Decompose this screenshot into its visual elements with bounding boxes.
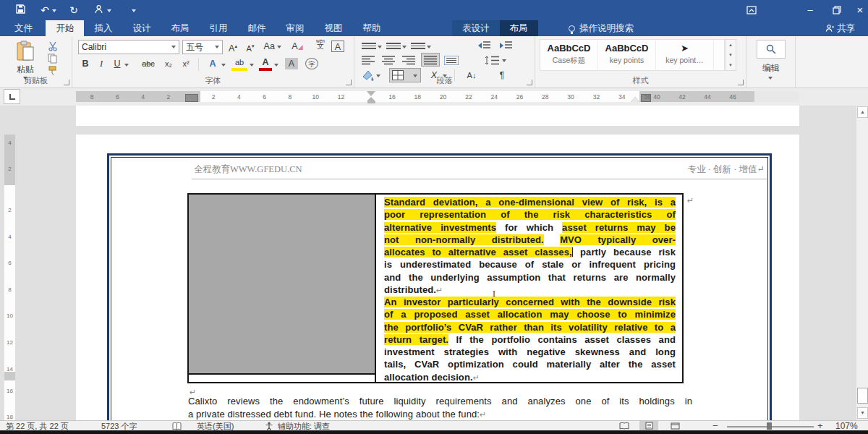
table-row-marker[interactable] [4, 372, 15, 380]
align-center-icon[interactable] [382, 55, 395, 68]
highlight-dropdown-icon[interactable] [250, 64, 254, 67]
table-cell-right[interactable]: Standard deviation, a one-dimensional vi… [378, 195, 682, 382]
underline-button[interactable]: U [111, 58, 123, 69]
proofing-icon[interactable] [172, 421, 182, 431]
copy-icon[interactable] [48, 54, 58, 67]
vertical-scrollbar[interactable]: ▲ ▼ [856, 106, 868, 420]
font-size-select[interactable]: 五号 [182, 40, 223, 54]
tab-设计[interactable]: 设计 [122, 20, 161, 36]
text-line[interactable]: poor representation of the risk characte… [384, 208, 676, 221]
underline-dropdown-icon[interactable] [124, 64, 129, 67]
multilevel-dropdown-icon[interactable] [427, 46, 431, 48]
page-indicator[interactable]: 第 22 页, 共 22 页 [6, 421, 69, 431]
contextual-tab-表设计[interactable]: 表设计 [452, 20, 500, 36]
right-indent-marker[interactable] [631, 97, 639, 102]
increase-indent-icon[interactable] [498, 41, 514, 54]
accessibility-status[interactable]: 辅助功能: 调查 [278, 421, 330, 431]
qat-customize-icon[interactable] [132, 9, 136, 12]
editing-button[interactable]: 编辑 [757, 62, 786, 74]
text-line[interactable]: return target. If the portfolio contains… [384, 333, 676, 346]
text-line[interactable]: allocation decision.↵ [384, 371, 676, 383]
editing-dropdown-icon[interactable] [768, 77, 773, 80]
tab-布局[interactable]: 布局 [161, 20, 199, 36]
save-icon[interactable] [13, 4, 27, 17]
text-effects-button[interactable]: A [205, 58, 220, 69]
style-card-3[interactable]: AaB [714, 40, 725, 70]
text-line[interactable]: the portfolio’s CVaR rather than its vol… [384, 321, 676, 333]
vertical-ruler[interactable]: 4224681012141618 [4, 106, 15, 420]
text-line[interactable]: allocates to alternative asset classes, … [384, 246, 676, 258]
touch-mode-dropdown-icon[interactable] [107, 9, 111, 12]
paste-button[interactable]: 粘贴 [13, 64, 38, 75]
font-dialog-launcher-icon[interactable] [346, 80, 352, 85]
touch-mode-icon[interactable] [91, 4, 106, 17]
style-gallery-scroll[interactable]: ▲▼▼ [725, 39, 736, 71]
text-line[interactable]: Calixto reviews the endowment’s future l… [188, 395, 692, 408]
word-count[interactable]: 5723 个字 [101, 421, 137, 431]
font-color-button[interactable]: A [259, 56, 272, 71]
text-highlight-button[interactable]: ab [231, 56, 247, 71]
table[interactable]: Standard deviation, a one-dimensional vi… [187, 193, 684, 383]
text-line[interactable]: alternative investments for which asset … [384, 221, 676, 234]
text-line[interactable]: distributed.↵ [384, 284, 676, 296]
web-layout-button[interactable] [665, 421, 684, 431]
close-button[interactable]: × [848, 0, 868, 20]
character-shading-button[interactable]: A [285, 58, 298, 69]
text-line[interactable]: not non-normally distributed. MVO typica… [384, 234, 676, 246]
text-line[interactable]: Standard deviation, a one-dimensional vi… [384, 196, 676, 208]
zoom-out-button[interactable]: − [712, 421, 718, 431]
tab-file[interactable]: 文件 [4, 20, 43, 36]
scroll-up-button[interactable]: ▲ [857, 106, 868, 118]
italic-button[interactable]: I [96, 58, 106, 69]
scrollbar-thumb[interactable] [857, 388, 868, 404]
tab-插入[interactable]: 插入 [84, 20, 122, 36]
line-spacing-dropdown-icon[interactable] [502, 59, 506, 62]
numbering-dropdown-icon[interactable] [402, 46, 407, 48]
text-line[interactable]: and the underlying assumption that retur… [384, 271, 676, 284]
style-card-0[interactable]: AaBbCcDCase标题 [540, 40, 598, 70]
share-button[interactable]: 共享 [825, 20, 855, 36]
line-spacing-icon[interactable] [485, 55, 499, 68]
redo-button[interactable]: ↻ [67, 4, 81, 17]
font-color-dropdown-icon[interactable] [274, 64, 278, 67]
multilevel-list-icon[interactable] [411, 41, 425, 51]
text-line[interactable]: of a proposed asset allocation may choos… [384, 308, 676, 320]
accessibility-icon[interactable] [265, 421, 273, 431]
bullets-dropdown-icon[interactable] [378, 46, 382, 48]
style-card-2[interactable]: ➤key point… [656, 40, 714, 70]
distribute-text-icon[interactable] [444, 55, 459, 68]
font-family-select[interactable]: Calibri [78, 40, 179, 54]
tab-引用[interactable]: 引用 [199, 20, 237, 36]
bold-button[interactable]: B [80, 58, 91, 69]
table-column-marker[interactable] [185, 94, 198, 102]
zoom-slider-thumb[interactable] [767, 422, 772, 430]
body-paragraph[interactable]: Calixto reviews the endowment’s future l… [188, 395, 692, 420]
tab-帮助[interactable]: 帮助 [352, 20, 391, 36]
tab-审阅[interactable]: 审阅 [276, 20, 314, 36]
text-line[interactable]: tails, CVaR optimization could materiall… [384, 358, 676, 370]
text-line[interactable]: a private distressed debt fund. He notes… [188, 408, 692, 420]
tab-开始[interactable]: 开始 [46, 20, 84, 36]
undo-dropdown-icon[interactable] [52, 9, 56, 12]
zoom-level[interactable]: 107% [835, 421, 858, 431]
phonetic-guide-icon[interactable]: wén文 [312, 38, 328, 49]
align-right-icon[interactable] [402, 55, 415, 68]
decrease-indent-icon[interactable] [476, 41, 492, 54]
character-border-icon[interactable]: A [331, 41, 344, 52]
zoom-in-button[interactable]: + [817, 421, 823, 431]
text-effects-dropdown-icon[interactable] [221, 64, 226, 67]
text-line[interactable]: is underestimated because of stale or in… [384, 258, 676, 271]
ribbon-display-options-button[interactable] [739, 0, 764, 20]
minimize-button[interactable]: – [798, 0, 822, 20]
tab-邮件[interactable]: 邮件 [237, 20, 276, 36]
tab-selector[interactable] [4, 89, 20, 104]
enclose-characters-button[interactable]: 字 [305, 58, 318, 69]
style-card-1[interactable]: AaBbCcDkey points [598, 40, 656, 70]
left-indent-marker[interactable] [367, 101, 375, 103]
print-layout-button[interactable] [639, 421, 658, 431]
text-line[interactable]: investment strategies with negative skew… [384, 346, 676, 358]
change-case-button[interactable]: Aa [262, 41, 284, 52]
tell-me-search[interactable]: 操作说明搜索 [569, 20, 634, 36]
grow-font-button[interactable]: A▴ [226, 41, 240, 54]
subscript-button[interactable]: x₂ [162, 58, 175, 69]
